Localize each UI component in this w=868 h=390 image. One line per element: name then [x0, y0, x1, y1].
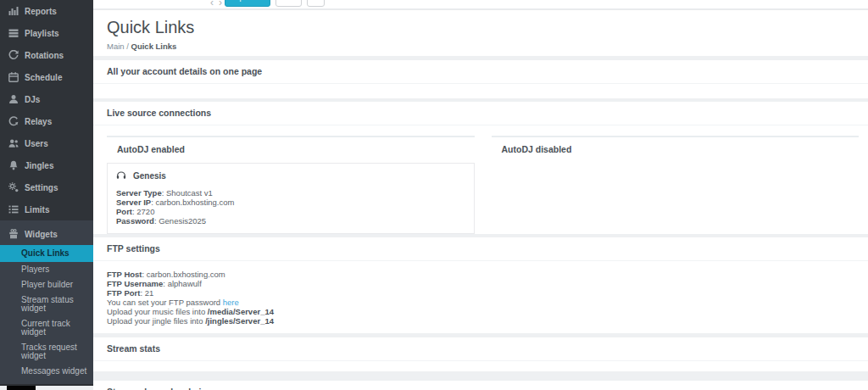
- section-header: FTP settings: [93, 237, 868, 261]
- sidebar-item-djs[interactable]: DJs: [0, 88, 93, 110]
- sidebar-item-reports[interactable]: Reports: [0, 0, 93, 22]
- headphones-icon: [116, 170, 129, 182]
- sidebar-subitem-current-track-widget[interactable]: Current track widget: [0, 316, 93, 340]
- server-detail-row: PasswordGenesis2025: [116, 216, 465, 226]
- section-header: All your account details on one page: [93, 60, 868, 84]
- section-ftp-settings: FTP settings FTP Hostcarbon.bxhosting.co…: [93, 237, 868, 333]
- breadcrumb-current: Quick Links: [131, 42, 177, 51]
- gift-icon: [8, 229, 19, 239]
- sidebar-subitem-quick-links[interactable]: Quick Links: [0, 245, 93, 262]
- refresh-icon: [8, 116, 19, 126]
- ftp-password-row: You can set your FTP password here: [107, 298, 854, 307]
- breadcrumb-main[interactable]: Main: [107, 42, 125, 51]
- sidebar-subitem-player-builder[interactable]: Player builder: [0, 277, 93, 292]
- chevron-left-icon[interactable]: ‹: [210, 0, 214, 8]
- sidebar-item-label: Users: [25, 139, 48, 148]
- server-detail-row: Server IPcarbon.bxhosting.com: [116, 198, 465, 207]
- cogs-icon: [8, 182, 19, 192]
- sidebar-item-label: Playlists: [25, 29, 59, 38]
- ftp-detail-row: FTP Hostcarbon.bxhosting.com: [107, 270, 854, 279]
- ftp-detail-row: FTP Port21: [107, 288, 854, 298]
- sidebar-item-label: Relays: [25, 117, 52, 126]
- breadcrumb: Main / Quick Links: [107, 42, 854, 51]
- content-header: Quick Links Main / Quick Links: [93, 10, 868, 56]
- sidebar-subitem-tracks-request-widget[interactable]: Tracks request widget: [0, 340, 93, 364]
- users-icon: [8, 138, 19, 148]
- sidebar-item-label: DJs: [25, 95, 40, 104]
- jingles-path: /jingles/Server_14: [205, 316, 274, 326]
- sidebar-item-label: Reports: [25, 7, 57, 16]
- bottom-left-bar: [7, 386, 36, 390]
- sidebar-item-label: Widgets: [25, 230, 58, 239]
- sidebar-widgets-group: Widgets Quick Links Players Player build…: [0, 220, 93, 384]
- user-icon: [8, 94, 19, 104]
- sidebar-item-limits[interactable]: Limits: [0, 198, 93, 220]
- autodj-enabled-title: AutoDJ enabled: [117, 144, 475, 154]
- section-stream-stats: Stream stats: [93, 337, 868, 371]
- edit-button[interactable]: Edit: [275, 0, 302, 7]
- sidebar-item-label: Limits: [25, 205, 49, 214]
- sidebar-item-settings[interactable]: Settings: [0, 176, 93, 198]
- server-detail-row: Server TypeShoutcast v1: [116, 188, 465, 198]
- sidebar-item-users[interactable]: Users: [0, 132, 93, 154]
- section-live-source: Live source connections AutoDJ enabled G…: [93, 102, 868, 234]
- media-path: /media/Server_14: [208, 307, 274, 316]
- sidebar-item-relays[interactable]: Relays: [0, 110, 93, 132]
- calendar-icon: [8, 72, 19, 82]
- main-content: ‹ › Stop server Edit ≡ Quick Links Main …: [93, 0, 868, 390]
- sidebar-subitem-stream-status-widget[interactable]: Stream status widget: [0, 292, 93, 316]
- sidebar-item-schedule[interactable]: Schedule: [0, 66, 93, 88]
- server-detail-row: Port2720: [116, 207, 465, 216]
- chevron-right-icon[interactable]: ›: [219, 0, 222, 8]
- topbar: ‹ › Stop server Edit ≡: [93, 0, 868, 10]
- sidebar-item-jingles[interactable]: Jingles: [0, 154, 93, 176]
- server-card: Genesis Server TypeShoutcast v1 Server I…: [107, 163, 475, 234]
- more-button[interactable]: ≡: [307, 0, 325, 7]
- stop-server-button[interactable]: Stop server: [225, 0, 270, 7]
- autodj-disabled-title: AutoDJ disabled: [502, 144, 860, 154]
- section-header: Stream channels admin: [93, 381, 868, 390]
- sync-icon: [8, 50, 19, 60]
- section-header: Live source connections: [93, 102, 868, 125]
- server-name: Genesis: [133, 171, 166, 181]
- chart-bar-icon: [8, 6, 19, 16]
- bell-icon: [8, 160, 19, 170]
- autodj-enabled-column: AutoDJ enabled Genesis Server TypeShoutc…: [107, 136, 475, 234]
- sidebar-item-label: Jingles: [25, 161, 53, 170]
- sidebar: Reports Playlists Rotations Schedule DJs…: [0, 0, 93, 386]
- sidebar-item-rotations[interactable]: Rotations: [0, 44, 93, 66]
- sidebar-item-label: Settings: [25, 183, 58, 192]
- sidebar-subitem-players[interactable]: Players: [0, 262, 93, 277]
- sidebar-subitem-messages-widget[interactable]: Messages widget: [0, 364, 93, 379]
- sidebar-item-playlists[interactable]: Playlists: [0, 22, 93, 44]
- ftp-upload-music-row: Upload your music files into /media/Serv…: [107, 307, 854, 316]
- table-list-icon: [8, 28, 19, 38]
- autodj-disabled-column: AutoDJ disabled: [492, 136, 860, 234]
- page-title: Quick Links: [107, 18, 854, 37]
- sidebar-item-label: Rotations: [25, 51, 64, 60]
- section-account-details: All your account details on one page: [93, 60, 868, 98]
- sidebar-item-label: Schedule: [25, 73, 62, 82]
- sidebar-item-widgets[interactable]: Widgets: [0, 223, 93, 245]
- ftp-detail-row: FTP Usernamealphawulf: [107, 279, 854, 288]
- ftp-upload-jingle-row: Upload your jingle files into /jingles/S…: [107, 316, 854, 326]
- list-icon: [8, 204, 19, 214]
- set-ftp-password-link[interactable]: here: [223, 298, 239, 307]
- breadcrumb-separator: /: [126, 42, 129, 51]
- section-header: Stream stats: [93, 337, 868, 361]
- section-stream-channels-admin: Stream channels admin: [93, 381, 868, 390]
